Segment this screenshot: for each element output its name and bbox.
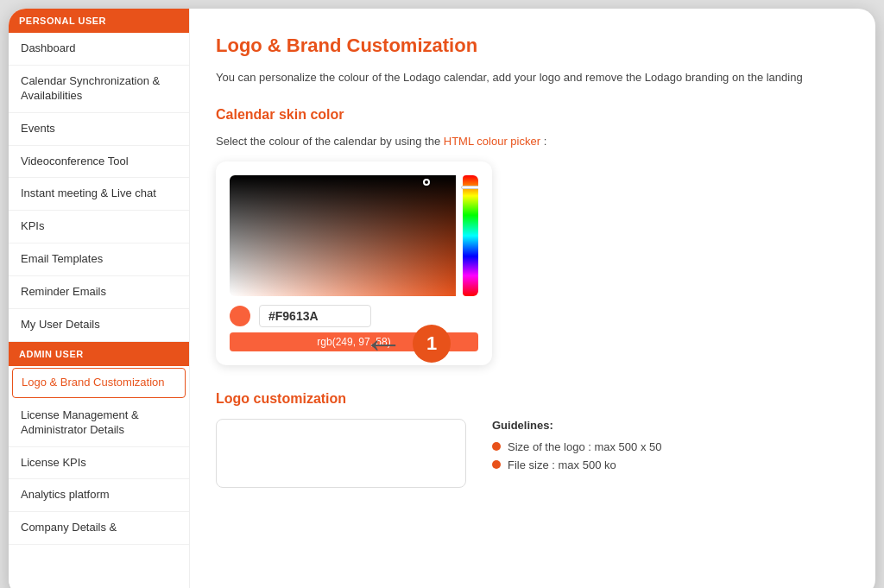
guideline-dot-1 xyxy=(492,460,501,469)
page-title: Logo & Brand Customization xyxy=(216,35,849,57)
guidelines-box: Guidelines: Size of the logo : max 500 x… xyxy=(492,419,662,477)
main-content: Logo & Brand Customization You can perso… xyxy=(190,9,875,588)
sidebar-item-license-management[interactable]: License Management & Administrator Detai… xyxy=(9,400,189,447)
guidelines-title: Guidelines: xyxy=(492,419,662,432)
gradient-cursor xyxy=(423,179,430,186)
gradient-main[interactable] xyxy=(230,175,456,296)
sidebar-item-my-user-details[interactable]: My User Details xyxy=(9,309,189,342)
color-hex-input[interactable] xyxy=(259,305,371,327)
color-gradient-area[interactable] xyxy=(230,175,478,296)
color-picker-box: rgb(249, 97, 58) xyxy=(216,161,492,365)
annotation-badge: 1 xyxy=(413,325,451,363)
sidebar-item-license-kpis[interactable]: License KPIs xyxy=(9,447,189,480)
color-picker-label-prefix: Select the colour of the calendar by usi… xyxy=(216,135,444,148)
sidebar-item-dashboard[interactable]: Dashboard xyxy=(9,33,189,66)
calendar-skin-section-title: Calendar skin color xyxy=(216,107,849,123)
sidebar-item-videoconference[interactable]: Videoconference Tool xyxy=(9,146,189,179)
sidebar-item-reminder-emails[interactable]: Reminder Emails xyxy=(9,276,189,309)
color-preview-dot xyxy=(230,306,250,326)
sidebar-item-company-details[interactable]: Company Details & xyxy=(9,512,189,545)
annotation-container: ← 1 xyxy=(363,319,451,367)
guideline-text-0: Size of the logo : max 500 x 50 xyxy=(508,440,662,453)
content-wrapper: Logo & Brand Customization You can perso… xyxy=(216,35,849,488)
sidebar-item-email-templates[interactable]: Email Templates xyxy=(9,243,189,276)
admin-user-header: ADMIN USER xyxy=(9,342,189,366)
logo-upload-area[interactable] xyxy=(216,419,466,488)
color-picker-label-suffix: : xyxy=(544,135,547,148)
logo-section-title: Logo customization xyxy=(216,391,849,407)
sidebar-item-kpis[interactable]: KPIs xyxy=(9,211,189,243)
guideline-item-0: Size of the logo : max 500 x 50 xyxy=(492,440,662,453)
page-description: You can personalize the colour of the Lo… xyxy=(216,69,849,86)
arrow-left-icon: ← xyxy=(363,319,404,367)
sidebar: PERSONAL USER Dashboard Calendar Synchro… xyxy=(9,9,190,588)
hue-bar[interactable] xyxy=(463,175,478,296)
sidebar-item-logo-brand[interactable]: Logo & Brand Customization xyxy=(12,368,186,398)
guideline-text-1: File size : max 500 ko xyxy=(508,458,616,471)
sidebar-item-events[interactable]: Events xyxy=(9,113,189,146)
sidebar-item-analytics-platform[interactable]: Analytics platform xyxy=(9,479,189,512)
color-picker-label: Select the colour of the calendar by usi… xyxy=(216,135,849,148)
sidebar-item-instant-meeting[interactable]: Instant meeting & Live chat xyxy=(9,178,189,211)
sidebar-item-calendar-sync[interactable]: Calendar Synchronization & Availabilitie… xyxy=(9,66,189,113)
guideline-dot-0 xyxy=(492,442,501,451)
personal-user-header: PERSONAL USER xyxy=(9,9,189,33)
guideline-item-1: File size : max 500 ko xyxy=(492,458,662,471)
app-container: PERSONAL USER Dashboard Calendar Synchro… xyxy=(9,9,875,588)
hue-cursor xyxy=(461,186,478,189)
html-colour-picker-link[interactable]: HTML colour picker xyxy=(444,135,540,148)
logo-guidelines-row: Guidelines: Size of the logo : max 500 x… xyxy=(216,419,849,488)
